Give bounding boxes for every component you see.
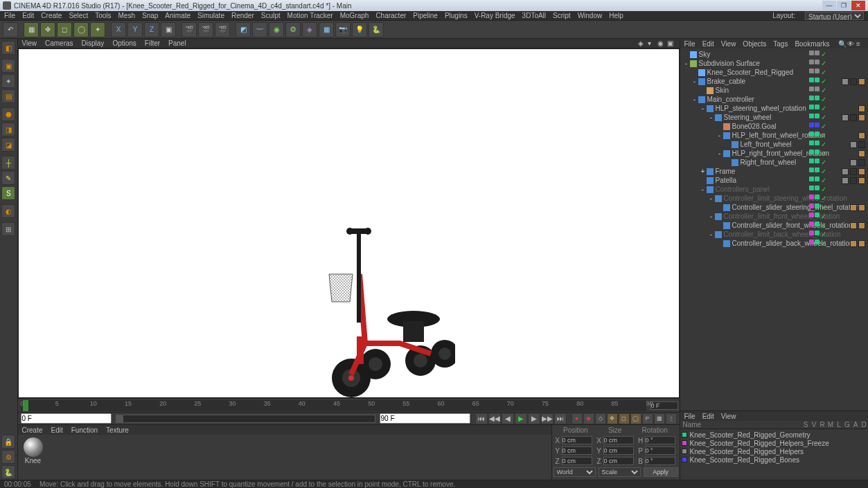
menu-character[interactable]: Character	[375, 12, 406, 19]
vpmenu-filter[interactable]: Filter	[145, 39, 160, 47]
tag-icon[interactable]	[850, 204, 857, 211]
objmenu-edit[interactable]: Edit	[702, 40, 714, 48]
tag-icon[interactable]	[858, 168, 865, 175]
menu-v-ray bridge[interactable]: V-Ray Bridge	[475, 12, 515, 19]
objmenu-view[interactable]: View	[721, 40, 736, 48]
menu-pipeline[interactable]: Pipeline	[413, 12, 438, 19]
tag-icon[interactable]	[850, 177, 857, 184]
scale-tool[interactable]: ◻	[57, 22, 72, 37]
vp-nav-icon[interactable]: ◉	[657, 39, 666, 48]
texture-mode[interactable]: ✦	[1, 74, 15, 88]
enable-check[interactable]: ✓	[821, 87, 826, 94]
vis-render[interactable]	[815, 240, 820, 244]
enable-check[interactable]: ✓	[821, 177, 826, 184]
axis-z-toggle[interactable]: Z	[144, 22, 159, 37]
vis-render[interactable]	[815, 105, 820, 109]
tree-expander[interactable]: -	[708, 114, 715, 121]
vis-render[interactable]	[815, 69, 820, 73]
joints-icon[interactable]: ⚙	[1, 450, 15, 464]
tag-icon[interactable]	[858, 150, 865, 157]
vpmenu-options[interactable]: Options	[112, 39, 136, 47]
locked-mode[interactable]: ⊞	[1, 222, 15, 236]
vp-nav-icon[interactable]: ◈	[638, 39, 646, 48]
tag-icon[interactable]	[858, 132, 865, 139]
object-name[interactable]: Controller_limit_back_wheels_rotation	[724, 231, 869, 238]
vis-render[interactable]	[815, 195, 820, 199]
enable-check[interactable]: ✓	[821, 69, 826, 76]
tag-icon[interactable]	[850, 141, 857, 148]
add-nurbs[interactable]: ◉	[269, 22, 284, 37]
close-button[interactable]: ✕	[851, 1, 865, 10]
coord-apply-button[interactable]: Apply	[644, 467, 678, 477]
prev-key[interactable]: ◀◀	[488, 413, 501, 424]
polygon-mode[interactable]: ◪	[1, 138, 15, 152]
tag-icon[interactable]	[850, 168, 857, 175]
enable-check[interactable]: ✓	[821, 213, 826, 220]
menu-render[interactable]: Render	[231, 12, 254, 19]
vis-render[interactable]	[815, 51, 820, 55]
autokey-button[interactable]: ◉	[583, 413, 594, 424]
coord-rot[interactable]	[645, 436, 675, 444]
layer-color[interactable]	[682, 440, 687, 446]
vis-editor[interactable]	[809, 222, 814, 226]
om-search-icon[interactable]: 🔍	[838, 40, 846, 48]
layer-name[interactable]: Knee_Scooter_Red_Rigged_Helpers	[690, 448, 867, 455]
matmenu-create[interactable]: Create	[22, 426, 43, 434]
menu-sculpt[interactable]: Sculpt	[261, 12, 281, 19]
vis-editor[interactable]	[809, 114, 814, 118]
tree-expander[interactable]: -	[691, 96, 698, 103]
range-end[interactable]	[380, 413, 470, 424]
timeline-ruler[interactable]: 051015202530354045505560657075808590	[18, 398, 680, 412]
vp-nav-icon[interactable]: ▾	[648, 39, 656, 48]
tag-icon[interactable]	[850, 159, 857, 166]
key-pla[interactable]: ▦	[654, 413, 665, 424]
vis-render[interactable]	[815, 123, 820, 127]
next-key[interactable]: ▶▶	[541, 413, 553, 424]
vis-render[interactable]	[815, 87, 820, 91]
key-pos[interactable]: ✥	[607, 413, 618, 424]
object-name[interactable]: Main_controller	[707, 96, 869, 103]
vis-render[interactable]	[815, 186, 820, 190]
object-name[interactable]: Controller_limit_front_wheels_rotation	[724, 213, 869, 220]
layer-name[interactable]: Knee_Scooter_Red_Rigged_Bones	[690, 456, 867, 464]
menu-edit[interactable]: Edit	[22, 12, 34, 19]
enable-check[interactable]: ✓	[821, 132, 826, 139]
vpmenu-panel[interactable]: Panel	[168, 39, 186, 47]
object-name[interactable]: HLP_left_front_wheel_rotation	[732, 132, 869, 139]
enable-check[interactable]: ✓	[821, 204, 826, 211]
tag-icon[interactable]	[850, 78, 857, 85]
layer-color[interactable]	[682, 432, 687, 437]
vis-editor[interactable]	[809, 87, 814, 91]
axis-y-toggle[interactable]: Y	[127, 22, 143, 37]
viewport[interactable]	[18, 48, 680, 398]
objmenu-tags[interactable]: Tags	[773, 40, 788, 48]
laymenu-view[interactable]: View	[721, 413, 736, 420]
object-name[interactable]: Controller_limit_steering_wheel_rotation	[724, 195, 869, 202]
vis-render[interactable]	[815, 159, 820, 163]
undo-button[interactable]: ↶	[3, 22, 18, 37]
vis-render[interactable]	[815, 141, 820, 145]
vpmenu-cameras[interactable]: Cameras	[45, 39, 73, 47]
render-view[interactable]: 🎬	[181, 22, 197, 37]
tag-icon[interactable]	[850, 222, 857, 229]
render-settings[interactable]: 🎬	[215, 22, 230, 37]
snap-toggle[interactable]: S	[1, 186, 15, 200]
enable-check[interactable]: ✓	[821, 78, 826, 85]
object-name[interactable]: HLP_right_front_wheel_rotation	[732, 150, 869, 157]
objmenu-objects[interactable]: Objects	[743, 40, 766, 48]
vis-editor[interactable]	[809, 105, 814, 109]
vis-render[interactable]	[815, 150, 820, 154]
enable-check[interactable]: ✓	[821, 60, 826, 67]
rotate-tool[interactable]: ◯	[73, 22, 89, 37]
script-button[interactable]: 🐍	[369, 22, 384, 37]
tag-icon[interactable]	[858, 177, 865, 184]
vpmenu-display[interactable]: Display	[82, 39, 105, 47]
object-name[interactable]: Subdivision Surface	[699, 60, 869, 67]
matmenu-function[interactable]: Function	[71, 426, 98, 434]
make-editable[interactable]: ◧	[1, 41, 15, 55]
lock-icon[interactable]: 🔒	[1, 435, 15, 449]
tweak-mode[interactable]: ✎	[1, 171, 15, 185]
menu-motion tracker[interactable]: Motion Tracker	[287, 12, 333, 19]
next-frame[interactable]: ▶	[528, 413, 540, 424]
tag-icon[interactable]	[858, 105, 865, 112]
